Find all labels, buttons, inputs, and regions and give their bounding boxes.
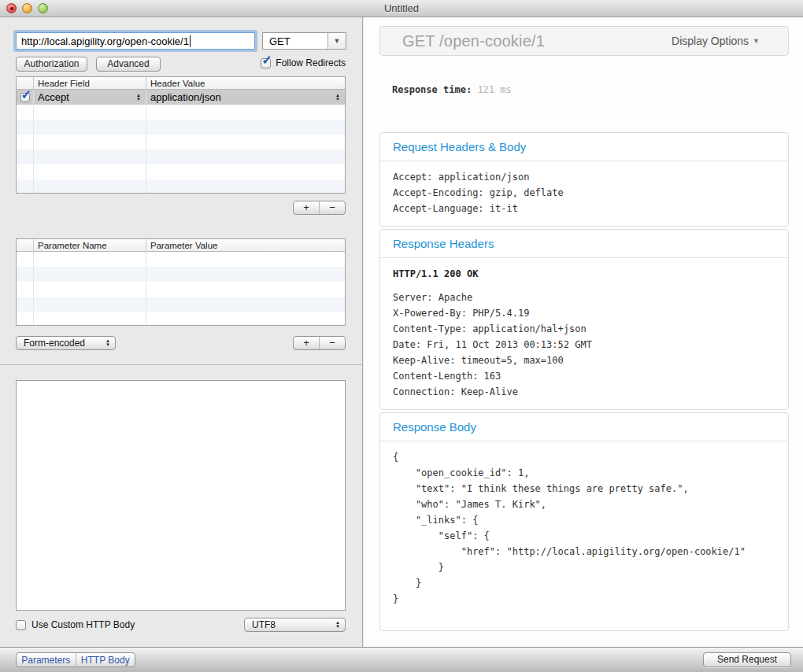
response-body-line: }	[393, 591, 775, 607]
parameter-value-column[interactable]: Parameter Value	[146, 239, 345, 251]
follow-redirects-label: Follow Redirects	[276, 57, 346, 68]
header-field-column[interactable]: Header Field	[34, 77, 146, 89]
request-headers-title: Request Headers & Body	[380, 133, 788, 161]
app-window: Untitled http://local.apigility.org/open…	[0, 0, 803, 672]
request-panel: http://local.apigility.org/open-cookie/1…	[0, 17, 363, 647]
updown-arrows-icon: ▲▼	[335, 621, 340, 629]
view-switcher: Parameters HTTP Body	[16, 652, 135, 667]
add-parameter-button[interactable]: +	[294, 337, 320, 349]
checkbox-box[interactable]: ✓	[261, 58, 271, 68]
header-value-value[interactable]: application/json	[150, 91, 335, 103]
remove-parameter-button[interactable]: −	[320, 337, 345, 349]
response-header-line: Content-Type: application/hal+json	[393, 321, 775, 337]
empty-header-row[interactable]	[17, 105, 345, 120]
method-select[interactable]: GET ▼	[262, 32, 346, 50]
empty-header-row[interactable]	[17, 135, 345, 150]
response-time-label: Response time:	[392, 84, 472, 95]
follow-redirects-checkbox[interactable]: ✓ Follow Redirects	[261, 57, 346, 68]
value-stepper-icon[interactable]: ▲▼	[335, 94, 340, 102]
http-status-line: HTTP/1.1 200 OK	[393, 266, 775, 282]
checkmark-icon: ✓	[261, 53, 272, 68]
charset-value: UTF8	[252, 619, 335, 630]
section-divider	[0, 364, 363, 365]
response-time: Response time: 121 ms	[392, 84, 512, 95]
request-header-line: Accept-Encoding: gzip, deflate	[393, 185, 775, 201]
response-body-line: "_links": {	[393, 512, 775, 528]
custom-body-textarea[interactable]	[16, 380, 346, 611]
response-body-line: "self": {	[393, 528, 775, 544]
url-text: http://local.apigility.org/open-cookie/1	[21, 35, 189, 47]
response-headers-content: HTTP/1.1 200 OK Server: ApacheX-Powered-…	[380, 258, 788, 409]
response-body-line: "href": "http://local.apigility.org/open…	[393, 544, 775, 559]
empty-parameter-row[interactable]	[17, 282, 345, 297]
response-headers-lines: Server: ApacheX-Powered-By: PHP/5.4.19Co…	[393, 290, 775, 400]
response-body-line: }	[393, 559, 775, 575]
authorization-button[interactable]: Authorization	[16, 57, 87, 72]
headers-table: Header Field Header Value ✓ Accept ▲▼ ap…	[16, 76, 346, 194]
empty-parameter-row[interactable]	[17, 267, 345, 282]
parameters-table-body	[17, 252, 345, 326]
response-body-line: }	[393, 575, 775, 591]
response-time-value: 121 ms	[477, 84, 511, 95]
encoding-select[interactable]: Form-encoded ▲▼	[16, 336, 116, 350]
response-body-title: Response Body	[380, 413, 788, 441]
tab-http-body[interactable]: HTTP Body	[76, 653, 135, 666]
bottom-toolbar: Parameters HTTP Body Send Request	[0, 647, 803, 672]
parameters-table: Parameter Name Parameter Value	[16, 238, 346, 326]
response-header-line: Server: Apache	[393, 290, 775, 305]
title-bar: Untitled	[0, 0, 803, 17]
response-body-line: "open_cookie_id": 1,	[393, 465, 775, 481]
tab-parameters[interactable]: Parameters	[17, 653, 76, 666]
display-options-label: Display Options	[672, 35, 749, 47]
advanced-button[interactable]: Advanced	[96, 57, 161, 72]
headers-table-body: ✓ Accept ▲▼ application/json ▲▼	[17, 90, 345, 194]
chevron-down-icon: ▼	[753, 37, 760, 45]
text-cursor-icon	[190, 35, 191, 47]
use-custom-body-label: Use Custom HTTP Body	[31, 619, 135, 630]
response-body-line: {	[393, 449, 775, 465]
empty-header-row[interactable]	[17, 164, 345, 179]
parameters-table-header: Parameter Name Parameter Value	[17, 239, 345, 252]
header-field-value[interactable]: Accept	[38, 91, 136, 103]
response-body-line: "text": "I think these things are pretty…	[393, 481, 775, 497]
request-header-line: Accept: application/json	[393, 169, 775, 185]
response-header-line: Keep-Alive: timeout=5, max=100	[393, 353, 775, 368]
checkbox-box[interactable]	[16, 620, 26, 630]
header-row-accept[interactable]: ✓ Accept ▲▼ application/json ▲▼	[17, 90, 345, 105]
empty-header-row[interactable]	[17, 179, 345, 194]
headers-table-header: Header Field Header Value	[17, 77, 345, 90]
request-headers-card: Request Headers & Body Accept: applicati…	[379, 132, 789, 227]
checkmark-icon: ✓	[21, 90, 31, 102]
response-body-content: { "open_cookie_id": 1, "text": "I think …	[380, 441, 788, 630]
response-sections: Request Headers & Body Accept: applicati…	[379, 132, 789, 633]
parameters-add-remove-control: + −	[293, 336, 346, 350]
field-stepper-icon[interactable]: ▲▼	[136, 94, 141, 102]
use-custom-body-checkbox[interactable]: Use Custom HTTP Body	[16, 619, 135, 630]
remove-header-button[interactable]: −	[320, 201, 345, 214]
url-input[interactable]: http://local.apigility.org/open-cookie/1	[16, 32, 255, 50]
header-value-column[interactable]: Header Value	[146, 77, 345, 89]
empty-parameter-row[interactable]	[17, 297, 345, 312]
response-headers-card: Response Headers HTTP/1.1 200 OK Server:…	[379, 229, 789, 410]
empty-header-row[interactable]	[17, 150, 345, 164]
response-body-line: "who": "James T. Kirk",	[393, 497, 775, 512]
checkbox-column-header	[17, 239, 34, 251]
add-header-button[interactable]: +	[294, 201, 320, 214]
method-value: GET	[263, 35, 327, 47]
empty-parameter-row[interactable]	[17, 252, 345, 267]
display-options-button[interactable]: Display Options ▼	[672, 35, 760, 47]
send-request-button[interactable]: Send Request	[703, 652, 791, 667]
charset-select[interactable]: UTF8 ▲▼	[244, 618, 346, 632]
response-header-line: Date: Fri, 11 Oct 2013 00:13:52 GMT	[393, 337, 775, 353]
header-enabled-checkbox[interactable]: ✓	[20, 93, 30, 102]
window-title: Untitled	[0, 2, 803, 14]
parameter-name-column[interactable]: Parameter Name	[34, 239, 146, 251]
response-body-card: Response Body { "open_cookie_id": 1, "te…	[379, 412, 789, 631]
headers-add-remove-control: + −	[293, 201, 346, 215]
request-headers-content: Accept: application/jsonAccept-Encoding:…	[380, 161, 788, 226]
empty-header-row[interactable]	[17, 120, 345, 135]
response-header-line: X-Powered-By: PHP/5.4.19	[393, 305, 775, 321]
checkbox-column-header	[17, 77, 34, 89]
empty-parameter-row[interactable]	[17, 312, 345, 326]
dropdown-arrow-icon[interactable]: ▼	[327, 33, 346, 49]
